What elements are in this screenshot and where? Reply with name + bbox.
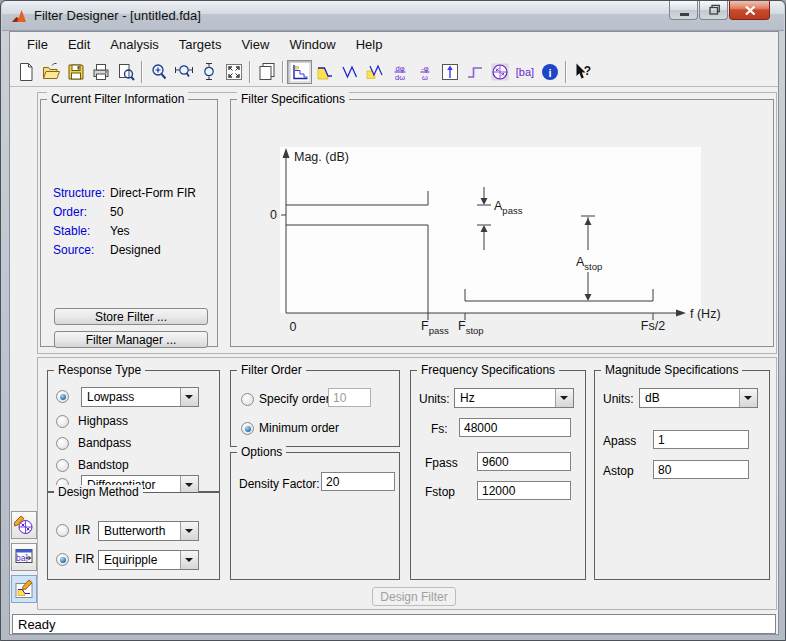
menu-edit[interactable]: Edit	[58, 32, 100, 57]
filter-manager-button[interactable]: Filter Manager ...	[54, 331, 208, 348]
density-factor-field[interactable]	[321, 472, 395, 491]
astop-label: Astop	[603, 464, 634, 478]
filter-specifications-panel: Filter Specifications	[230, 99, 774, 347]
context-help-button[interactable]: ?	[570, 60, 595, 84]
zoom-in-button[interactable]	[146, 60, 171, 84]
toolbar-separator	[141, 61, 143, 83]
radio-highpass[interactable]	[56, 415, 69, 428]
radio-bandstop[interactable]	[56, 459, 69, 472]
menu-analysis[interactable]: Analysis	[100, 32, 168, 57]
menu-window[interactable]: Window	[279, 32, 345, 57]
full-view-icon	[224, 62, 244, 82]
minimize-button[interactable]	[669, 1, 698, 20]
fpass-field[interactable]	[477, 452, 571, 471]
astop-field[interactable]	[653, 460, 749, 479]
magnitude-response-button[interactable]	[312, 60, 337, 84]
toolbar-separator	[565, 61, 567, 83]
open-file-button[interactable]	[38, 60, 63, 84]
pole-zero-plot-button[interactable]	[487, 60, 512, 84]
chevron-down-icon[interactable]	[739, 389, 757, 407]
radio-lowpass[interactable]	[56, 390, 69, 403]
restore-icon	[700, 1, 727, 20]
fir-method-dropdown[interactable]: Equiripple	[98, 550, 199, 570]
structure-label: Structure:	[53, 186, 105, 200]
toolbar: dφdω-φω[ba]i?	[10, 57, 778, 87]
diagram-x-axis-label: f (Hz)	[690, 307, 721, 321]
restore-button[interactable]	[699, 1, 728, 20]
source-label: Source:	[53, 243, 94, 257]
toolbar-separator	[249, 61, 251, 83]
import-filter-button[interactable]: ba]	[11, 543, 37, 571]
magnitude-phase-response-button[interactable]	[362, 60, 387, 84]
radio-fir[interactable]	[56, 553, 69, 566]
bandpass-label: Bandpass	[78, 436, 131, 450]
chevron-down-icon[interactable]	[180, 522, 198, 540]
magnitude-specifications-panel: Magnitude Specifications Units: dB Apass…	[594, 370, 770, 580]
order-label: Order:	[53, 205, 87, 219]
zoom-y-button[interactable]	[196, 60, 221, 84]
menu-view[interactable]: View	[231, 32, 279, 57]
zoom-x-button[interactable]	[171, 60, 196, 84]
magnitude-units-dropdown[interactable]: dB	[639, 388, 758, 408]
fir-label: FIR	[75, 552, 94, 566]
print-button[interactable]	[88, 60, 113, 84]
chevron-down-icon[interactable]	[180, 476, 198, 493]
svg-text:dφ: dφ	[395, 63, 404, 72]
radio-bandpass[interactable]	[56, 437, 69, 450]
store-filter-button[interactable]: Store Filter ...	[54, 308, 208, 325]
menu-targets[interactable]: Targets	[169, 32, 232, 57]
titlebar[interactable]: Filter Designer - [untitled.fda]	[2, 1, 784, 31]
design-filter-button[interactable]: Design Filter	[372, 587, 456, 606]
specify-order-field[interactable]	[328, 388, 371, 407]
radio-iir[interactable]	[56, 524, 69, 537]
zoom-in-icon	[149, 62, 169, 82]
pole-zero-editor-button[interactable]	[11, 511, 37, 539]
new-document-button[interactable]	[13, 60, 38, 84]
density-factor-label: Density Factor:	[239, 477, 320, 491]
print-preview-button[interactable]	[113, 60, 138, 84]
diagram-nyquist-tick: Fs/2	[641, 319, 665, 333]
window-title: Filter Designer - [untitled.fda]	[34, 8, 201, 23]
fs-field[interactable]	[459, 418, 571, 437]
chevron-down-icon[interactable]	[180, 388, 198, 406]
stable-value: Yes	[110, 224, 130, 238]
status-text: Ready	[18, 617, 56, 632]
minimize-icon	[670, 1, 697, 20]
group-delay-button[interactable]: dφdω	[387, 60, 412, 84]
zoom-y-icon	[199, 62, 219, 82]
impulse-response-button[interactable]	[437, 60, 462, 84]
filter-information-button[interactable]: i	[537, 60, 562, 84]
iir-method-dropdown[interactable]: Butterworth	[98, 521, 199, 541]
frequency-specifications-panel: Frequency Specifications Units: Hz Fs: F…	[410, 370, 586, 580]
frequency-units-dropdown[interactable]: Hz	[454, 388, 574, 408]
phase-response-button[interactable]	[337, 60, 362, 84]
close-button[interactable]	[729, 1, 770, 20]
fs-label: Fs:	[431, 422, 448, 436]
radio-specify-order[interactable]	[241, 393, 254, 406]
fstop-field[interactable]	[477, 481, 571, 500]
svg-text:dω: dω	[394, 73, 404, 82]
apass-field[interactable]	[653, 430, 749, 449]
menu-file[interactable]: File	[17, 32, 58, 57]
step-response-button[interactable]	[462, 60, 487, 84]
filter-order-panel: Filter Order Specify order: Minimum orde…	[230, 370, 400, 447]
chevron-down-icon[interactable]	[555, 389, 573, 407]
lowpass-dropdown[interactable]: Lowpass	[81, 387, 199, 407]
design-filter-panel-icon	[13, 578, 35, 600]
group-delay-icon: dφdω	[390, 62, 410, 82]
diagram-zero-db-tick: 0	[270, 208, 277, 222]
filter-coefficients-button[interactable]: [ba]	[512, 60, 537, 84]
new-analysis-window-button[interactable]	[254, 60, 279, 84]
chevron-down-icon[interactable]	[180, 551, 198, 569]
radio-minimum-order[interactable]	[241, 422, 254, 435]
phase-delay-button[interactable]: -φω	[412, 60, 437, 84]
full-view-button[interactable]	[221, 60, 246, 84]
panel-title: Frequency Specifications	[417, 363, 559, 377]
pole-zero-editor-icon	[13, 514, 35, 536]
save-button[interactable]	[63, 60, 88, 84]
menu-help[interactable]: Help	[346, 32, 393, 57]
specify-order-label: Specify order:	[259, 392, 333, 406]
impulse-response-icon	[440, 62, 460, 82]
design-filter-panel-button[interactable]	[11, 575, 37, 603]
filter-specifications-button[interactable]	[287, 60, 312, 84]
